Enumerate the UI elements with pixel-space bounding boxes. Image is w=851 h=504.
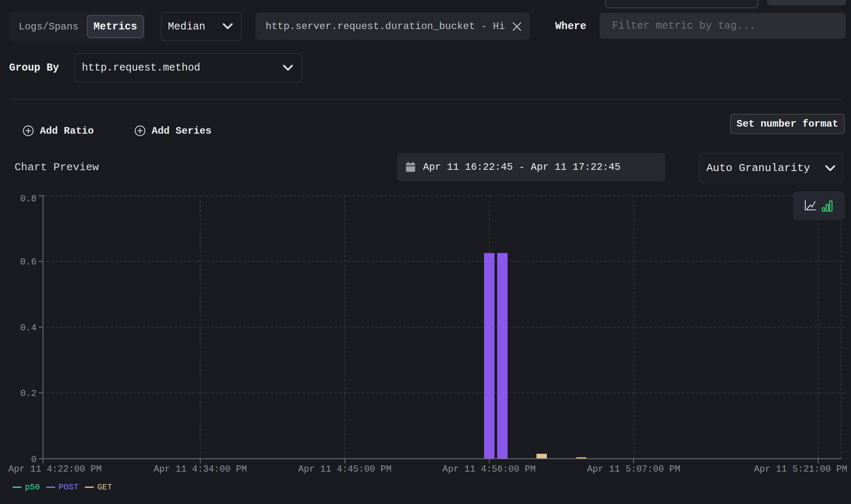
svg-text:0.6: 0.6	[20, 257, 37, 267]
svg-text:0: 0	[31, 455, 37, 465]
svg-text:Apr 11 5:07:00 PM: Apr 11 5:07:00 PM	[587, 464, 680, 475]
svg-text:0.2: 0.2	[20, 389, 37, 399]
svg-text:0.8: 0.8	[20, 194, 37, 204]
svg-text:Apr 11 4:56:00 PM: Apr 11 4:56:00 PM	[443, 464, 536, 475]
svg-text:Apr 11 4:45:00 PM: Apr 11 4:45:00 PM	[298, 464, 391, 475]
svg-text:0.4: 0.4	[20, 323, 37, 333]
svg-text:Apr 11 4:22:00 PM: Apr 11 4:22:00 PM	[8, 464, 101, 475]
svg-text:Apr 11 4:34:00 PM: Apr 11 4:34:00 PM	[154, 464, 247, 475]
svg-text:Apr 11 5:21:00 PM: Apr 11 5:21:00 PM	[754, 464, 847, 475]
